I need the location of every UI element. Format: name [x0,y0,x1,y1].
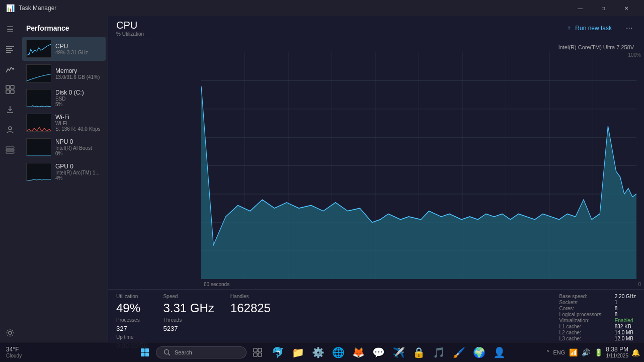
svg-rect-29 [141,348,145,352]
taskbar-app-11[interactable]: 🌍 [470,343,488,361]
title-bar: 📊 Task Manager — □ ✕ [0,0,644,16]
sidebar-item-npu[interactable]: NPU 0 Intel(R) AI Boost0% [22,135,106,159]
sockets-value: 1 [615,300,636,305]
content-area: CPU % Utilization ＋ Run new task ⋯ Intel… [108,16,644,342]
wifi-detail: Wi-FiS: 136 R: 40.0 Kbps [55,121,102,132]
svg-point-33 [165,349,169,354]
svg-rect-36 [258,348,262,352]
weather-widget[interactable]: 34°F Cloudy [6,346,22,358]
taskbar-app-4[interactable]: 🌐 [329,343,347,361]
npu-info: NPU 0 Intel(R) AI Boost0% [55,138,102,156]
stats-bar: Utilization 49% Processes 327 Up time 0:… [108,289,644,342]
performance-nav-icon[interactable] [1,60,19,78]
notification-icon[interactable]: 🔔 [631,348,640,356]
threads-value: 5237 [163,325,214,332]
memory-info: Memory 13.0/31.6 GB (41%) [55,67,102,80]
page-title: CPU [116,20,144,31]
svg-line-34 [169,353,171,355]
clock[interactable]: 8:38 PM 1/11/2025 [606,346,628,358]
details-nav-icon[interactable] [1,141,19,159]
hamburger-menu-icon[interactable]: ☰ [1,20,19,38]
taskview-icon[interactable] [249,343,267,361]
memory-name: Memory [55,67,102,74]
cpu-chart [201,52,636,279]
system-tray: ^ ENG 📶 🔊 🔋 [547,348,603,356]
gpu-detail: Intel(R) Arc(TM) 1...4% [55,170,102,181]
speed-label: Speed [163,294,214,299]
sidebar-item-memory[interactable]: Memory 13.0/31.6 GB (41%) [22,61,106,85]
disk-thumbnail [26,89,51,107]
weather-desc: Cloudy [6,353,22,358]
clock-date: 1/11/2025 [606,353,628,358]
svg-rect-31 [141,352,145,356]
sidebar-item-disk[interactable]: Disk 0 (C:) SSD5% [22,86,106,110]
settings-nav-icon[interactable] [1,324,19,342]
l3-value: 12.0 MB [615,336,636,341]
tray-arrow[interactable]: ^ [547,349,549,355]
sidebar-item-gpu[interactable]: GPU 0 Intel(R) Arc(TM) 1...4% [22,160,106,184]
svg-rect-6 [6,90,10,94]
close-button[interactable]: ✕ [615,0,638,16]
taskbar-app-6[interactable]: 💬 [369,343,387,361]
svg-rect-3 [6,52,11,53]
taskbar-app-8[interactable]: 🔒 [410,343,428,361]
handles-label: Handles [230,294,271,299]
l3-label: L3 cache: [559,336,603,341]
minimize-button[interactable]: — [569,0,592,16]
lang-indicator[interactable]: ENG [553,349,565,355]
weather-temp: 34°F [6,346,19,353]
startup-nav-icon[interactable] [1,101,19,119]
processes-nav-icon[interactable] [1,40,19,58]
sidebar: Performance CPU 49% 3.31 GHz Memory [20,16,108,342]
volume-icon[interactable]: 🔊 [582,348,590,356]
maximize-button[interactable]: □ [592,0,615,16]
content-header: CPU % Utilization ＋ Run new task ⋯ [108,16,644,40]
left-nav: ☰ [0,16,20,342]
sidebar-item-cpu[interactable]: CPU 49% 3.31 GHz [22,37,106,61]
processes-label: Processes [116,317,147,323]
app-history-nav-icon[interactable] [1,80,19,99]
base-speed-value: 2.20 GHz [615,294,636,299]
run-new-task-button[interactable]: ＋ Run new task [562,22,616,34]
svg-rect-35 [254,348,257,352]
network-icon[interactable]: 📶 [569,348,578,356]
start-button[interactable] [136,343,154,361]
speed-value: 3.31 GHz [163,301,214,315]
svg-point-8 [9,127,12,130]
taskbar-app-3[interactable]: ⚙️ [309,343,327,361]
cpu-name: CPU [55,43,102,50]
page-subtitle: % Utilization [116,31,144,37]
cores-label: Cores: [559,306,603,311]
sidebar-item-wifi[interactable]: Wi-Fi Wi-FiS: 136 R: 40.0 Kbps [22,111,106,135]
taskbar: 34°F Cloudy Search [0,342,644,362]
l2-label: L2 cache: [559,330,603,335]
taskbar-app-5[interactable]: 🦊 [349,343,367,361]
cores-value: 8 [615,306,636,311]
handles-value: 162825 [230,301,271,315]
taskbar-app-9[interactable]: 🎵 [430,343,448,361]
sockets-label: Sockets: [559,300,603,305]
run-icon: ＋ [566,24,572,32]
taskbar-app-7[interactable]: ✈️ [389,343,408,361]
svg-point-12 [9,331,12,334]
uptime-label: Up time [116,334,147,340]
handles-stat: Handles 162825 [230,294,271,338]
battery-icon[interactable]: 🔋 [594,348,603,356]
taskbar-app-12[interactable]: 👤 [490,343,508,361]
cpu-detail: 49% 3.31 GHz [55,50,102,55]
app-title: Task Manager [19,5,56,12]
taskbar-app-2[interactable]: 📁 [289,343,307,361]
search-bar[interactable]: Search [156,346,247,358]
users-nav-icon[interactable] [1,121,19,139]
taskbar-app-1[interactable]: 🐬 [269,343,287,361]
svg-rect-2 [6,50,13,51]
window-controls: — □ ✕ [569,0,638,16]
memory-thumbnail [26,64,51,82]
taskbar-right: ^ ENG 📶 🔊 🔋 8:38 PM 1/11/2025 🔔 [547,346,640,358]
taskbar-app-10[interactable]: 🖌️ [450,343,468,361]
cpu-info-grid: Base speed: 2.20 GHz Sockets: 1 Cores: 8… [559,294,636,338]
more-options-button[interactable]: ⋯ [622,21,636,35]
svg-rect-38 [258,353,262,356]
threads-label: Threads [163,317,214,323]
svg-rect-5 [11,85,14,89]
